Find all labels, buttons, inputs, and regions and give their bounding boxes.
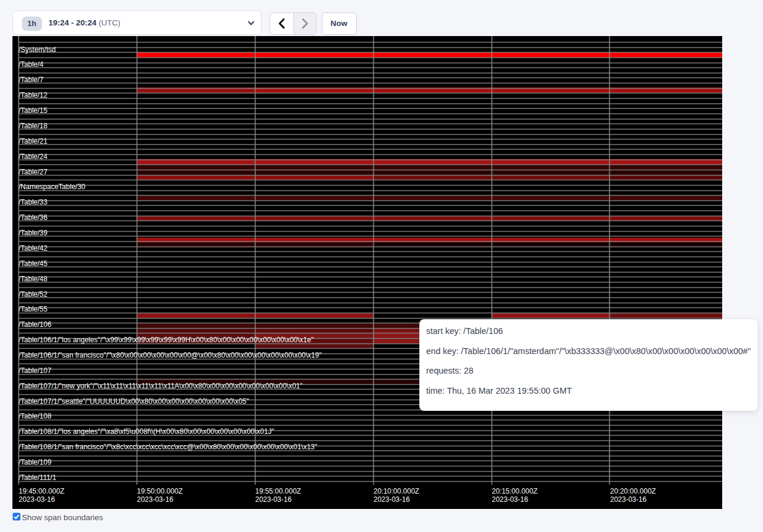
svg-text:/Table/106/1/"los angeles"/"\x: /Table/106/1/"los angeles"/"\x99\x99\x99…: [19, 336, 314, 344]
svg-text:2023-03-16: 2023-03-16: [256, 495, 292, 504]
svg-text:/Table/108/1/"los angeles"/"\x: /Table/108/1/"los angeles"/"\xa8\xf5\u00…: [19, 427, 274, 436]
svg-text:/Table/55: /Table/55: [19, 305, 48, 313]
svg-text:/Table/45: /Table/45: [19, 259, 48, 268]
svg-text:2023-03-16: 2023-03-16: [19, 495, 56, 504]
svg-text:/Table/108/1/"san francisco"/": /Table/108/1/"san francisco"/"\x8c\xcc\x…: [19, 443, 318, 451]
svg-text:/Table/42: /Table/42: [19, 244, 48, 252]
svg-text:/Table/21: /Table/21: [19, 137, 48, 145]
svg-text:20:15:00.000Z: 20:15:00.000Z: [492, 487, 538, 495]
svg-text:/Table/109: /Table/109: [19, 458, 52, 466]
svg-text:/NamespaceTable/30: /NamespaceTable/30: [19, 183, 86, 191]
svg-text:2023-03-16: 2023-03-16: [137, 495, 174, 504]
svg-text:/Table/108: /Table/108: [19, 412, 52, 420]
svg-text:/Table/106/1/"san francisco"/": /Table/106/1/"san francisco"/"\x80\x00\x…: [19, 351, 322, 359]
svg-text:20:20:00.000Z: 20:20:00.000Z: [610, 487, 656, 495]
svg-text:/Table/4: /Table/4: [19, 60, 44, 69]
svg-text:/System/tsd: /System/tsd: [19, 46, 56, 54]
svg-text:/Table/27: /Table/27: [19, 168, 48, 176]
svg-text:2023-03-16: 2023-03-16: [374, 495, 410, 504]
svg-text:/Table/107/1/"seattle"/"UUUUUU: /Table/107/1/"seattle"/"UUUUUUD\x00\x80\…: [19, 397, 249, 406]
svg-text:/Table/15: /Table/15: [19, 106, 48, 115]
svg-text:/Table/48: /Table/48: [19, 275, 48, 283]
svg-text:/Table/107/1/"new york"/"\x11\: /Table/107/1/"new york"/"\x11\x11\x11\x1…: [19, 382, 303, 390]
svg-text:/Table/107: /Table/107: [19, 366, 52, 375]
svg-text:/Table/39: /Table/39: [19, 229, 48, 237]
svg-text:19:50:00.000Z: 19:50:00.000Z: [137, 487, 183, 495]
svg-text:/Table/106: /Table/106: [19, 320, 52, 329]
svg-text:/Table/7: /Table/7: [19, 76, 44, 84]
svg-text:/Table/18: /Table/18: [19, 122, 48, 130]
svg-text:/Table/12: /Table/12: [19, 91, 48, 99]
svg-text:2023-03-16: 2023-03-16: [610, 495, 647, 504]
svg-text:/Table/111/1: /Table/111/1: [19, 473, 57, 482]
svg-text:/Table/24: /Table/24: [19, 153, 48, 161]
svg-text:19:55:00.000Z: 19:55:00.000Z: [256, 487, 301, 495]
svg-text:2023-03-16: 2023-03-16: [492, 495, 529, 504]
svg-text:20:10:00.000Z: 20:10:00.000Z: [374, 487, 419, 495]
svg-text:/Table/33: /Table/33: [19, 198, 48, 206]
svg-text:/Table/36: /Table/36: [19, 213, 48, 222]
svg-text:/Table/52: /Table/52: [19, 290, 48, 299]
svg-text:19:45:00.000Z: 19:45:00.000Z: [19, 487, 64, 495]
